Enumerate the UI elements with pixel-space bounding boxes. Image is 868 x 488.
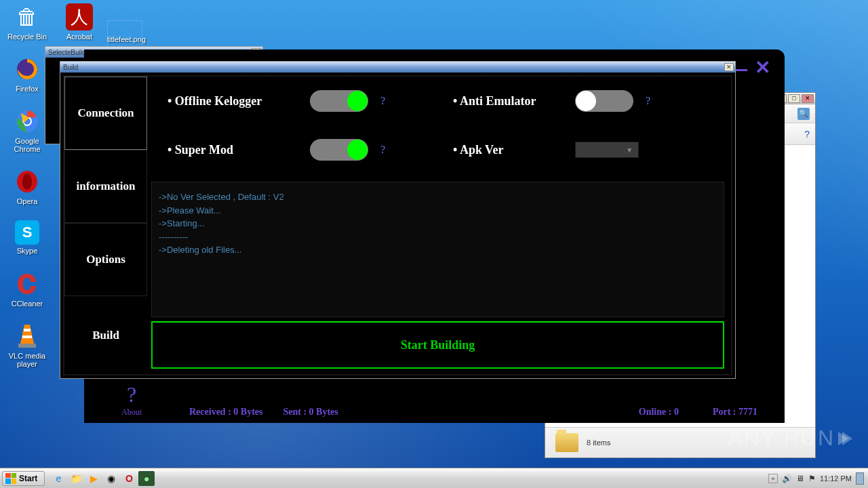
- option-apkver-label: • Apk Ver: [453, 143, 575, 157]
- explorer-close-button[interactable]: ✕: [802, 94, 814, 103]
- status-received: Received : 0 Bytes: [189, 407, 262, 418]
- ql-media-icon[interactable]: ▶: [85, 471, 102, 486]
- tab-build[interactable]: Build: [64, 296, 147, 374]
- tab-information[interactable]: information: [64, 150, 147, 223]
- main-close-button[interactable]: ✕: [752, 57, 772, 77]
- status-port: Port : 7771: [713, 407, 757, 418]
- build-content: • Offline Kelogger ? • Anti Emulator ? •…: [147, 77, 731, 374]
- log-line: ->Starting...: [159, 217, 717, 230]
- tray-flag-icon[interactable]: ⚑: [808, 474, 816, 483]
- log-line: ->Please Wait...: [159, 204, 717, 218]
- toggle-keylogger[interactable]: [310, 90, 368, 112]
- help-keylogger-icon[interactable]: ?: [380, 95, 385, 107]
- watermark: ANY RUN: [728, 426, 854, 451]
- tray-clock[interactable]: 11:12 PM: [820, 474, 852, 483]
- log-line: ----------: [159, 230, 717, 244]
- option-supermod-label: • Super Mod: [167, 143, 310, 157]
- desktop-icons-col2: 人Acrobat: [56, 3, 103, 41]
- ql-opera-icon[interactable]: O: [121, 471, 137, 486]
- tray-network-icon[interactable]: 🖥: [796, 474, 804, 483]
- dropdown-apkver[interactable]: [575, 142, 639, 158]
- explorer-maximize-button[interactable]: □: [788, 94, 800, 103]
- svg-point-5: [22, 174, 32, 190]
- status-online: Online : 0: [639, 407, 679, 418]
- toggle-supermod[interactable]: [310, 139, 368, 161]
- start-button[interactable]: Start: [2, 471, 45, 486]
- windows-logo-icon: [5, 473, 16, 484]
- help-supermod-icon[interactable]: ?: [380, 144, 385, 156]
- system-tray: » 🔊 🖥 ⚑ 11:12 PM: [768, 472, 868, 485]
- svg-rect-6: [24, 329, 31, 331]
- build-window: Build ✕ Connection information Options B…: [60, 61, 736, 379]
- opera-icon[interactable]: Opera: [3, 168, 51, 205]
- log-line: ->No Ver Selected , Default : V2: [159, 190, 717, 204]
- firefox-icon[interactable]: Firefox: [3, 56, 51, 93]
- build-side-tabs: Connection information Options Build: [64, 77, 147, 374]
- taskbar: Start e 📁 ▶ ◉ O ● » 🔊 🖥 ⚑ 11:12 PM: [0, 468, 868, 488]
- option-keylogger-label: • Offline Kelogger: [167, 94, 310, 108]
- tab-options[interactable]: Options: [64, 223, 147, 296]
- ccleaner-icon[interactable]: CCleaner: [3, 270, 51, 308]
- acrobat-icon[interactable]: 人Acrobat: [56, 3, 103, 41]
- svg-rect-8: [18, 344, 36, 348]
- explorer-help-icon[interactable]: ?: [804, 129, 810, 140]
- ql-ie-icon[interactable]: e: [50, 471, 66, 486]
- tab-connection[interactable]: Connection: [64, 77, 147, 150]
- ql-explorer-icon[interactable]: 📁: [68, 471, 84, 486]
- tray-show-hidden-icon[interactable]: »: [768, 474, 778, 483]
- loose-file-titlefeet[interactable]: [107, 20, 142, 47]
- option-antiemulator-label: • Anti Emulator: [453, 94, 575, 108]
- about-question-icon: ?: [127, 382, 136, 407]
- tray-show-desktop[interactable]: [856, 472, 864, 485]
- build-title: Build: [63, 64, 78, 71]
- main-statusbar: ? About Received : 0 Bytes Sent : 0 Byte…: [84, 375, 785, 423]
- ql-chrome-icon[interactable]: ◉: [103, 471, 119, 486]
- desktop-icons-col1: 🗑Recycle Bin Firefox Google Chrome Opera…: [3, 3, 51, 368]
- build-log: ->No Ver Selected , Default : V2 ->Pleas…: [151, 182, 724, 317]
- svg-rect-7: [22, 336, 32, 338]
- build-titlebar[interactable]: Build ✕: [60, 62, 735, 73]
- skype-icon[interactable]: SSkype: [3, 220, 51, 255]
- start-building-button[interactable]: Start Building: [151, 321, 724, 369]
- help-antiemulator-icon[interactable]: ?: [646, 95, 650, 107]
- explorer-item-count: 8 items: [587, 439, 610, 447]
- folder-icon: [555, 433, 578, 452]
- quick-launch: e 📁 ▶ ◉ O ●: [50, 471, 155, 486]
- tray-volume-icon[interactable]: 🔊: [782, 474, 792, 483]
- about-button[interactable]: ? About: [121, 382, 142, 418]
- status-sent: Sent : 0 Bytes: [283, 407, 338, 418]
- log-line: ->Deleting old Files...: [159, 243, 717, 257]
- loose-file-label: titlefeet.png: [107, 35, 146, 43]
- chrome-icon[interactable]: Google Chrome: [3, 108, 51, 153]
- toggle-antiemulator[interactable]: [575, 90, 633, 112]
- recycle-bin-icon[interactable]: 🗑Recycle Bin: [3, 3, 51, 41]
- explorer-go-icon[interactable]: 🔍: [797, 108, 810, 120]
- vlc-icon[interactable]: VLC media player: [3, 323, 51, 368]
- ql-app-icon[interactable]: ●: [138, 471, 155, 486]
- build-close-button[interactable]: ✕: [724, 63, 734, 71]
